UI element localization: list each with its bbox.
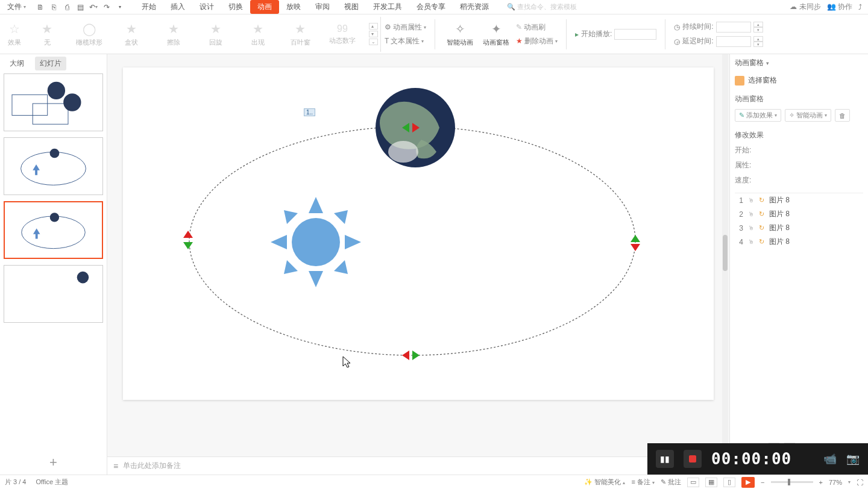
search-box[interactable]: 🔍 查找命令、搜索模板 — [507, 2, 577, 11]
animation-item[interactable]: 2🖱↻图片 8 — [735, 207, 863, 221]
animation-item[interactable]: 3🖱↻图片 8 — [735, 221, 863, 235]
preset-box[interactable]: ★盒状 — [113, 22, 149, 47]
animation-item[interactable]: 4🖱↻图片 8 — [735, 235, 863, 249]
animation-item[interactable]: 1🖱↻图片 8 — [735, 193, 863, 207]
preset-appear[interactable]: ★出现 — [240, 22, 276, 47]
notes-toggle-button[interactable]: ≡ 备注 ▾ — [631, 478, 655, 487]
zoom-value[interactable]: 77% — [829, 479, 842, 486]
preset-blinds[interactable]: ★百叶窗 — [282, 22, 318, 47]
notes-toggle-icon[interactable]: ≡ — [113, 461, 118, 471]
redo-icon[interactable]: ↷ — [102, 2, 112, 12]
delay-icon: ◶ — [674, 37, 680, 46]
pane-header[interactable]: 动画窗格▾ — [735, 58, 863, 68]
qat-more-icon[interactable]: ▾ — [115, 2, 125, 12]
animation-properties-button[interactable]: ⚙动画属性▾ — [385, 22, 426, 33]
slide-thumbnail-1[interactable] — [4, 73, 103, 131]
duration-spinner[interactable]: ▴▾ — [753, 22, 763, 33]
selection-pane-link[interactable]: 选择窗格 — [735, 75, 863, 86]
delete-button[interactable]: 🗑 — [835, 109, 850, 122]
tab-home[interactable]: 开始 — [134, 0, 163, 14]
preset-football[interactable]: ◯橄榄球形 — [71, 22, 107, 47]
play-icon: ▶ — [746, 478, 750, 486]
smart-animation-button[interactable]: ✧智能动画▾ — [785, 109, 831, 122]
delay-input[interactable] — [716, 36, 751, 47]
export-icon[interactable]: ⎘ — [49, 2, 58, 12]
zoom-out-button[interactable]: − — [761, 479, 764, 486]
animation-gallery[interactable]: ★无 ◯橄榄球形 ★盒状 ★擦除 ★回旋 ★出现 ★百叶窗 99动态数字 ▴ ▾… — [27, 17, 381, 52]
add-slide-button[interactable]: + — [0, 450, 107, 475]
chevron-down-icon: ▾ — [421, 39, 424, 44]
tab-animation[interactable]: 动画 — [250, 0, 279, 14]
tab-insert[interactable]: 插入 — [163, 0, 192, 14]
delete-animation-button[interactable]: ★删除动画▾ — [516, 36, 558, 46]
preset-dynamic-number[interactable]: 99动态数字 — [324, 23, 360, 45]
gallery-expand-icon[interactable]: ⌄ — [369, 39, 378, 45]
svg-marker-28 — [412, 350, 420, 360]
tab-transition[interactable]: 切换 — [221, 0, 250, 14]
svg-point-2 — [48, 82, 65, 99]
start-play-input[interactable] — [614, 29, 656, 40]
print-icon[interactable]: ⎙ — [62, 2, 72, 12]
smart-animation-button[interactable]: ✧智能动画 — [444, 22, 476, 47]
recorder-pause-button[interactable]: ▮▮ — [656, 450, 674, 468]
view-normal-icon: ▭ — [690, 478, 696, 486]
gallery-scroll-up-icon[interactable]: ▴ — [369, 23, 378, 30]
tab-slideshow[interactable]: 放映 — [279, 0, 308, 14]
tab-design[interactable]: 设计 — [192, 0, 221, 14]
tab-view[interactable]: 视图 — [337, 0, 366, 14]
duration-input[interactable] — [716, 22, 751, 33]
star-icon: ★ — [210, 22, 221, 36]
title-bar-right: ☁ 未同步 👥 协作 ⤴ — [790, 2, 866, 12]
delay-spinner[interactable]: ▴▾ — [753, 36, 763, 47]
tab-review[interactable]: 审阅 — [308, 0, 337, 14]
share-icon[interactable]: ⤴ — [858, 3, 862, 11]
save-icon[interactable]: 🗎 — [36, 2, 45, 12]
file-menu[interactable]: 文件▾ — [2, 2, 31, 12]
fit-to-window-button[interactable]: ⛶ — [857, 479, 863, 486]
camera-toggle-button[interactable]: 📹 — [823, 452, 837, 466]
tab-member[interactable]: 会员专享 — [409, 0, 453, 14]
preset-none[interactable]: ★无 — [29, 22, 65, 47]
chevron-down-icon: ▾ — [848, 479, 851, 485]
slide-thumbnail-4[interactable] — [4, 265, 103, 323]
recorder-stop-button[interactable] — [684, 450, 702, 468]
slide-canvas[interactable]: 1.. — [123, 67, 714, 400]
vertical-scrollbar[interactable] — [722, 54, 728, 475]
collab-button[interactable]: 👥 协作 — [827, 2, 852, 12]
zoom-slider[interactable] — [771, 481, 813, 483]
item-label: 图片 8 — [769, 195, 790, 205]
zoom-in-button[interactable]: + — [819, 479, 823, 486]
section-title: 动画窗格 — [735, 94, 863, 104]
gallery-scroll-down-icon[interactable]: ▾ — [369, 31, 378, 37]
pane-title: 动画窗格 — [735, 58, 764, 68]
item-number: 4 — [736, 238, 743, 246]
star-icon: ★ — [295, 22, 306, 36]
slide-thumbnail-2[interactable] — [4, 137, 103, 195]
start-slideshow-button[interactable]: ▶ — [741, 477, 755, 488]
text-properties-button[interactable]: T文本属性▾ — [385, 36, 426, 46]
slide-thumbnail-3[interactable] — [4, 201, 103, 259]
mouse-icon: 🖱 — [748, 197, 754, 204]
animation-pane-button[interactable]: ✦动画窗格 — [480, 22, 512, 47]
animation-brush-button[interactable]: ✎动画刷 — [516, 22, 558, 33]
screenshot-button[interactable]: 📷 — [846, 452, 860, 466]
slides-tab[interactable]: 幻灯片 — [35, 57, 66, 70]
preset-wipe[interactable]: ★擦除 — [156, 22, 192, 47]
preview-icon[interactable]: ▤ — [75, 2, 85, 12]
preset-spin[interactable]: ★回旋 — [198, 22, 234, 47]
view-normal-button[interactable]: ▭ — [687, 478, 699, 487]
tab-developer[interactable]: 开发工具 — [366, 0, 409, 14]
selection-pane-icon — [735, 76, 744, 86]
outline-tab[interactable]: 大纲 — [5, 57, 29, 70]
effect-options-button[interactable]: ☆效果 — [2, 22, 27, 47]
sync-status[interactable]: ☁ 未同步 — [790, 2, 820, 12]
beautify-button[interactable]: ✨ 智能美化 ▴ — [584, 478, 625, 487]
svg-marker-17 — [284, 260, 298, 274]
view-reading-button[interactable]: ▯ — [723, 478, 735, 487]
tab-resources[interactable]: 稻壳资源 — [453, 0, 496, 14]
add-effect-button[interactable]: ✎添加效果▾ — [735, 109, 781, 122]
comments-button[interactable]: ✎ 批注 — [661, 478, 681, 487]
scrollbar-handle[interactable] — [723, 235, 728, 271]
view-sorter-button[interactable]: ▦ — [705, 478, 717, 487]
undo-icon[interactable]: ↶▾ — [89, 2, 98, 12]
